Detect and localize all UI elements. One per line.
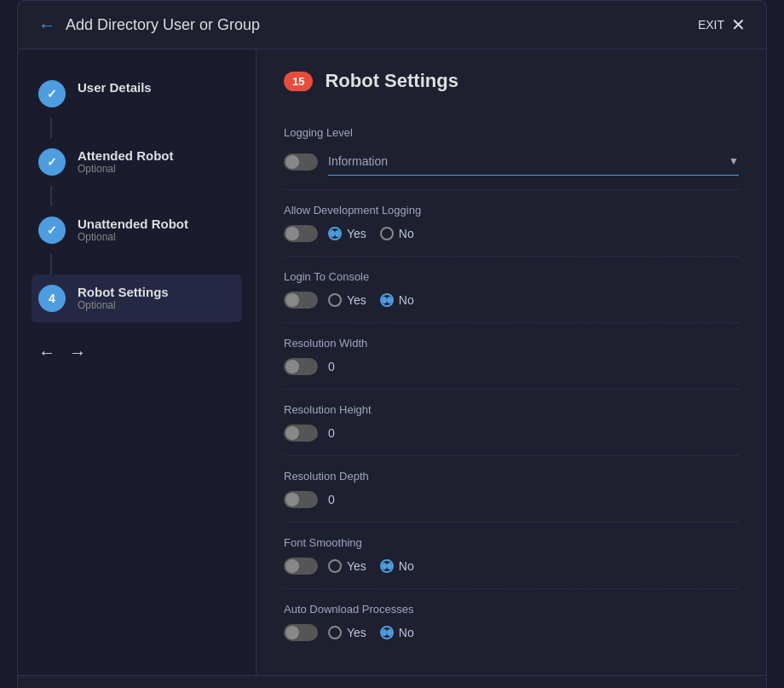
modal-container: ← Add Directory User or Group EXIT ✕ ✓ U…: [17, 0, 767, 688]
main-content: 15 Robot Settings Logging Level Informat…: [257, 49, 766, 675]
resolution-depth-toggle[interactable]: [284, 491, 318, 508]
resolution-width-field: Resolution Width 0: [284, 323, 739, 390]
logging-level-control: Information ▼: [284, 147, 739, 176]
allow-dev-logging-radios: Yes No: [328, 227, 414, 240]
section-badge: 15: [284, 72, 313, 91]
font-smoothing-yes-radio[interactable]: [328, 559, 342, 573]
logging-level-field: Logging Level Information ▼: [284, 113, 739, 190]
font-smoothing-no[interactable]: No: [380, 559, 414, 573]
font-smoothing-field: Font Smoothing Yes No: [284, 523, 739, 589]
step-icon-robot-settings: 4: [38, 285, 66, 312]
login-to-console-yes[interactable]: Yes: [328, 293, 366, 307]
allow-dev-logging-row: Yes No: [284, 225, 739, 242]
logging-level-arrow: ▼: [729, 155, 739, 167]
auto-download-yes-radio[interactable]: [328, 626, 342, 639]
logging-level-value: Information: [328, 154, 388, 168]
font-smoothing-toggle[interactable]: [284, 558, 318, 575]
auto-download-yes[interactable]: Yes: [328, 626, 366, 639]
allow-dev-logging-no[interactable]: No: [380, 227, 414, 240]
font-smoothing-radios: Yes No: [328, 559, 414, 573]
step-info-attended-robot: Attended Robot Optional: [78, 148, 173, 175]
allow-dev-logging-yes-radio[interactable]: [328, 227, 342, 240]
auto-download-row: Yes No: [284, 624, 739, 641]
close-button[interactable]: ✕: [731, 14, 746, 35]
resolution-width-value: 0: [328, 360, 335, 373]
login-to-console-toggle[interactable]: [284, 292, 318, 309]
section-title: Robot Settings: [325, 70, 458, 92]
nav-prev-button[interactable]: ←: [38, 343, 55, 362]
step-info-unattended-robot: Unattended Robot Optional: [78, 217, 188, 243]
sidebar-item-robot-settings[interactable]: 4 Robot Settings Optional: [32, 275, 242, 322]
logging-level-select[interactable]: Information ▼: [328, 147, 739, 176]
allow-dev-logging-field: Allow Development Logging Yes No: [284, 190, 739, 257]
resolution-height-field: Resolution Height 0: [284, 390, 739, 456]
login-to-console-radios: Yes No: [328, 293, 414, 307]
step-connector-2: [50, 186, 52, 206]
font-smoothing-yes[interactable]: Yes: [328, 559, 366, 573]
resolution-height-row: 0: [284, 425, 739, 442]
login-to-console-label: Login To Console: [284, 270, 739, 283]
modal-header: ← Add Directory User or Group EXIT ✕: [18, 1, 766, 49]
step-info-robot-settings: Robot Settings Optional: [78, 285, 169, 311]
auto-download-field: Auto Download Processes Yes No: [284, 589, 739, 655]
step-icon-unattended-robot: ✓: [38, 217, 66, 244]
section-header: 15 Robot Settings: [284, 70, 739, 92]
resolution-width-row: 0: [284, 358, 739, 375]
back-button[interactable]: ←: [38, 15, 55, 35]
resolution-depth-label: Resolution Depth: [284, 470, 739, 483]
resolution-height-label: Resolution Height: [284, 403, 739, 416]
auto-download-label: Auto Download Processes: [284, 603, 739, 616]
nav-next-button[interactable]: →: [69, 343, 86, 362]
login-to-console-no[interactable]: No: [380, 293, 414, 307]
header-left: ← Add Directory User or Group: [38, 15, 260, 35]
header-right: EXIT ✕: [698, 14, 746, 35]
resolution-width-label: Resolution Width: [284, 337, 739, 350]
step-icon-user-details: ✓: [38, 80, 66, 107]
allow-dev-logging-toggle[interactable]: [284, 225, 318, 242]
logging-level-toggle[interactable]: [284, 153, 318, 171]
allow-dev-logging-label: Allow Development Logging: [284, 204, 739, 217]
login-to-console-field: Login To Console Yes No: [284, 257, 739, 323]
auto-download-toggle[interactable]: [284, 624, 318, 641]
login-to-console-no-radio[interactable]: [380, 293, 394, 307]
login-to-console-row: Yes No: [284, 292, 739, 309]
step-icon-attended-robot: ✓: [38, 148, 66, 176]
allow-dev-logging-yes[interactable]: Yes: [328, 227, 366, 240]
step-connector-3: [50, 254, 52, 275]
auto-download-radios: Yes No: [328, 626, 414, 639]
resolution-depth-field: Resolution Depth 0: [284, 456, 739, 523]
logging-level-label: Logging Level: [284, 126, 739, 139]
allow-dev-logging-no-radio[interactable]: [380, 227, 394, 240]
sidebar-item-attended-robot[interactable]: ✓ Attended Robot Optional: [32, 138, 242, 186]
resolution-depth-row: 0: [284, 491, 739, 508]
font-smoothing-no-radio[interactable]: [380, 559, 394, 573]
logging-level-row: Information ▼: [284, 147, 739, 176]
sidebar: ✓ User Details ✓ Attended Robot Optional…: [18, 49, 257, 675]
sidebar-item-user-details[interactable]: ✓ User Details: [32, 70, 242, 118]
login-to-console-yes-radio[interactable]: [328, 293, 342, 307]
auto-download-no[interactable]: No: [380, 626, 414, 639]
font-smoothing-row: Yes No: [284, 558, 739, 575]
modal-body: ✓ User Details ✓ Attended Robot Optional…: [18, 49, 766, 675]
modal-footer: CANCEL ADD 16: [18, 675, 766, 688]
resolution-depth-value: 0: [328, 493, 335, 506]
auto-download-no-radio[interactable]: [380, 626, 394, 639]
resolution-height-value: 0: [328, 426, 335, 440]
sidebar-item-unattended-robot[interactable]: ✓ Unattended Robot Optional: [32, 206, 242, 254]
resolution-width-toggle[interactable]: [284, 358, 318, 375]
font-smoothing-label: Font Smoothing: [284, 536, 739, 549]
modal-title: Add Directory User or Group: [66, 16, 260, 34]
nav-arrows: ← →: [32, 343, 242, 362]
exit-label: EXIT: [698, 18, 724, 32]
resolution-height-toggle[interactable]: [284, 425, 318, 442]
step-info-user-details: User Details: [78, 80, 152, 95]
step-connector-1: [50, 118, 52, 138]
